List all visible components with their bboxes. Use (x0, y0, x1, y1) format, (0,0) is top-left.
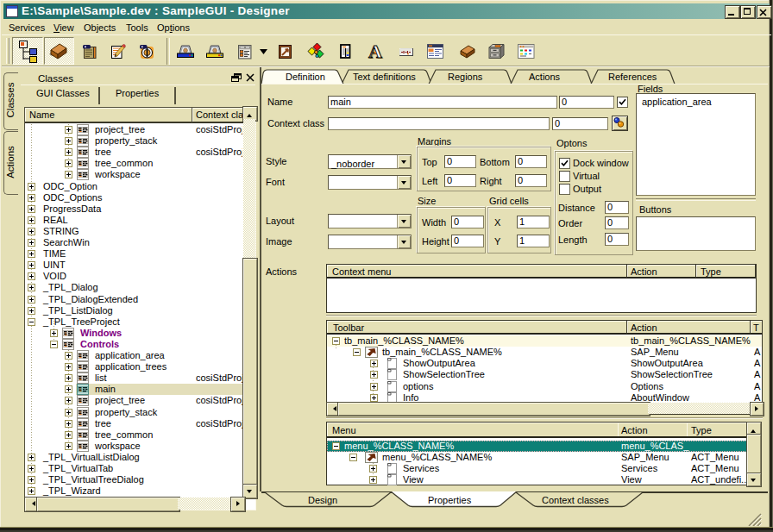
svg-text:A: A (368, 41, 382, 62)
